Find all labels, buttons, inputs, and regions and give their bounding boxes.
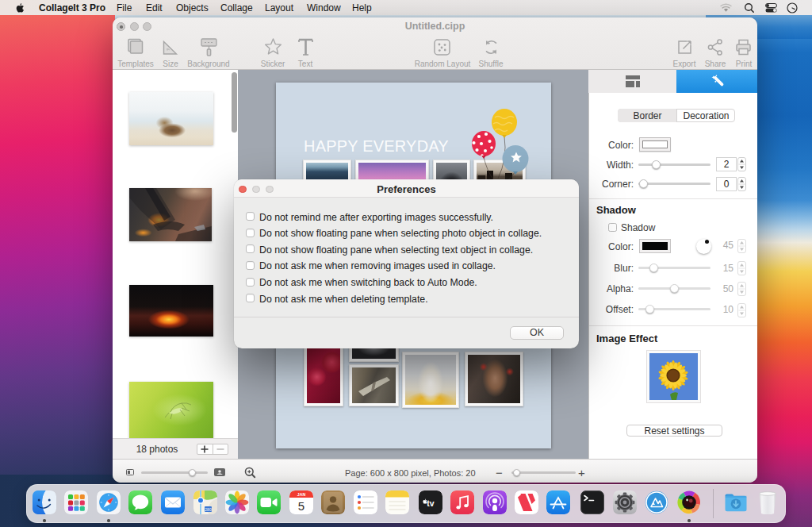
svg-text:tv: tv [427,498,434,508]
svg-text:5: 5 [297,499,304,513]
svg-text:280: 280 [205,507,212,512]
svg-text:JAN: JAN [297,492,305,497]
